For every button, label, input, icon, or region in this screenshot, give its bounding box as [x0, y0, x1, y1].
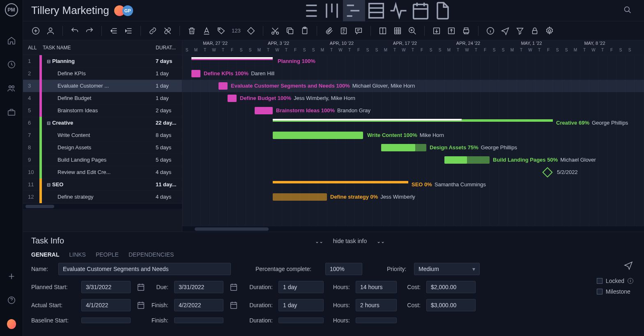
actual-start-input[interactable]: 4/1/2022	[81, 299, 131, 311]
cost-input[interactable]: $3,000.00	[426, 299, 476, 311]
send-icon[interactable]	[501, 26, 510, 35]
gantt-row[interactable]: Define strategy 0%Jess Wimberly	[182, 191, 644, 203]
name-input[interactable]: Evaluate Customer Segments and Needs	[58, 263, 231, 275]
cost-input[interactable]: $2,000.00	[426, 281, 476, 293]
gantt-row[interactable]: Evaluate Customer Segments and Needs 100…	[182, 80, 644, 92]
grid-hscroll[interactable]	[23, 203, 182, 209]
milestone-checkbox[interactable]	[597, 289, 603, 294]
baseline-hours-input[interactable]	[356, 317, 397, 323]
gantt-row[interactable]: Write Content 100%Mike Horn	[182, 129, 644, 141]
user-avatar-icon[interactable]	[7, 320, 16, 329]
pct-input[interactable]: 100%	[325, 263, 362, 275]
locked-checkbox[interactable]	[597, 278, 603, 284]
chevron-down-icon[interactable]: ⌄⌄	[377, 239, 385, 244]
task-row[interactable]: 11⊟SEO11 day...	[23, 178, 182, 191]
hours-input[interactable]: 2 hours	[356, 299, 397, 311]
filter-icon[interactable]	[515, 26, 524, 35]
calendar-icon[interactable]	[229, 283, 238, 292]
task-row[interactable]: 1⊟Planning7 days	[23, 55, 182, 67]
baseline-finish-input[interactable]	[174, 317, 223, 323]
gantt-row[interactable]: Design Assets 75%George Phillips	[182, 141, 644, 154]
print-icon[interactable]	[462, 26, 471, 35]
briefcase-icon[interactable]	[7, 108, 16, 117]
comment-icon[interactable]	[354, 26, 363, 35]
gantt-row[interactable]: SEO 0%Samantha Cummings	[182, 178, 644, 191]
task-row[interactable]: 3Evaluate Customer ...1 day	[23, 80, 182, 92]
help-icon[interactable]	[7, 296, 16, 305]
search-icon[interactable]	[619, 6, 636, 16]
gantt-row[interactable]: Define Budget 100%Jess Wimberly, Mike Ho…	[182, 92, 644, 104]
info-icon[interactable]	[486, 26, 495, 35]
task-row[interactable]: 6⊟Creative22 day...	[23, 117, 182, 129]
send-icon[interactable]	[623, 260, 633, 272]
duration-input[interactable]: 1 day	[278, 299, 324, 311]
board-view-icon[interactable]	[321, 0, 343, 21]
outdent-icon[interactable]	[109, 26, 118, 35]
hours-input[interactable]: 14 hours	[356, 281, 397, 293]
assign-icon[interactable]	[46, 26, 55, 35]
tab-people[interactable]: PEOPLE	[96, 251, 119, 258]
tag-icon[interactable]	[217, 26, 226, 35]
duration-input[interactable]: 1 day	[278, 281, 324, 293]
indent-icon[interactable]	[124, 26, 133, 35]
list-view-icon[interactable]	[299, 0, 321, 21]
attach-icon[interactable]	[324, 26, 334, 35]
diamond-icon[interactable]	[246, 26, 255, 35]
export-icon[interactable]	[447, 26, 456, 35]
gantt-hscroll[interactable]	[182, 226, 644, 232]
hide-task-info[interactable]: ⌄⌄ hide task info ⌄⌄	[64, 238, 636, 244]
task-row[interactable]: 12Define strategy4 days	[23, 191, 182, 203]
project-avatars[interactable]: GP	[117, 5, 133, 16]
priority-select[interactable]: Medium	[414, 263, 480, 275]
gantt-row[interactable]: Build Landing Pages 50%Michael Glover	[182, 154, 644, 166]
redo-icon[interactable]	[85, 26, 94, 35]
baseline-start-input[interactable]	[81, 317, 131, 323]
settings-icon[interactable]	[545, 26, 554, 35]
col-name[interactable]: TASK NAME	[39, 45, 156, 51]
trash-icon[interactable]	[187, 26, 196, 35]
task-row[interactable]: 8Design Assets5 days	[23, 141, 182, 154]
chevron-down-icon[interactable]: ⌄⌄	[315, 239, 323, 244]
gantt-row[interactable]: 5/2/2022	[182, 166, 644, 178]
sheet-view-icon[interactable]	[365, 0, 387, 21]
gantt-view-icon[interactable]	[343, 0, 365, 21]
planned-start-input[interactable]: 3/31/2022	[81, 281, 131, 293]
task-row[interactable]: 10Review and Edit Cre...4 days	[23, 166, 182, 178]
gantt-row[interactable]: Creative 69%George Phillips	[182, 117, 644, 129]
gantt-row[interactable]: Planning 100%	[182, 55, 644, 67]
undo-icon[interactable]	[70, 26, 79, 35]
due-input[interactable]: 3/31/2022	[174, 281, 223, 293]
calendar-view-icon[interactable]	[409, 0, 432, 21]
link-icon[interactable]	[148, 26, 157, 35]
paste-icon[interactable]	[300, 26, 309, 35]
task-row[interactable]: 4Define Budget1 day	[23, 92, 182, 104]
zoom-icon[interactable]	[408, 26, 417, 35]
lock-icon[interactable]	[530, 26, 539, 35]
calendar-icon[interactable]	[136, 283, 145, 292]
text-format-icon[interactable]	[202, 26, 211, 35]
clock-icon[interactable]	[7, 60, 16, 69]
col-all[interactable]: ALL	[23, 45, 39, 51]
tab-links[interactable]: LINKS	[69, 251, 85, 258]
gantt-row[interactable]: Define KPIs 100%Daren Hill	[182, 67, 644, 80]
app-logo[interactable]: PM	[5, 3, 18, 16]
unlink-icon[interactable]	[163, 26, 172, 35]
tab-dependencies[interactable]: DEPENDENCIES	[129, 251, 174, 258]
tab-general[interactable]: GENERAL	[31, 251, 59, 258]
import-icon[interactable]	[432, 26, 441, 35]
grid-icon[interactable]	[393, 26, 402, 35]
add-task-icon[interactable]	[31, 26, 40, 35]
avatar[interactable]: GP	[122, 5, 133, 16]
plus-icon[interactable]	[7, 272, 16, 281]
task-row[interactable]: 9Build Landing Pages5 days	[23, 154, 182, 166]
finish-input[interactable]: 4/2/2022	[174, 299, 223, 311]
note-icon[interactable]	[339, 26, 348, 35]
team-icon[interactable]	[7, 84, 16, 93]
info-small-icon[interactable]: i	[628, 278, 633, 284]
baseline-duration-input[interactable]	[278, 317, 324, 323]
task-row[interactable]: 5Brainstorm Ideas2 days	[23, 104, 182, 117]
activity-view-icon[interactable]	[387, 0, 409, 21]
home-icon[interactable]	[7, 36, 16, 45]
copy-icon[interactable]	[285, 26, 294, 35]
cut-icon[interactable]	[271, 26, 280, 35]
